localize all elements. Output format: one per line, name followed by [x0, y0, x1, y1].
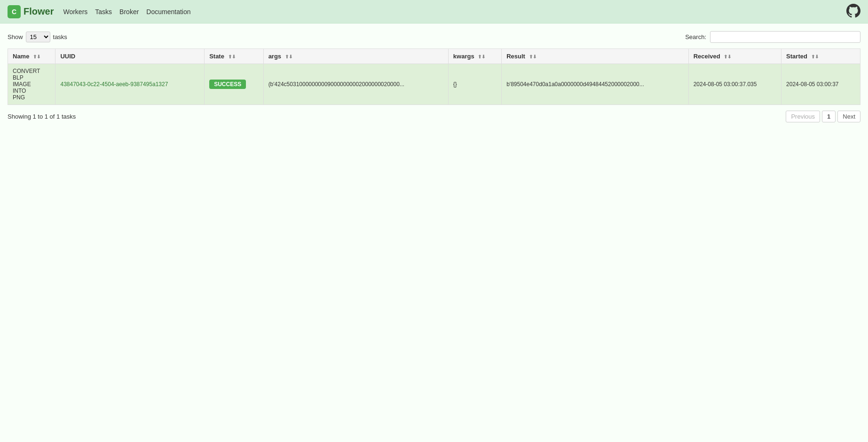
- cell-name: CONVERT BLP IMAGE INTO PNG: [8, 64, 55, 105]
- search-area: Search:: [685, 31, 860, 43]
- sort-icon-kwargs: ⬆⬇: [478, 54, 485, 59]
- table-body: CONVERT BLP IMAGE INTO PNG43847043-0c22-…: [8, 64, 860, 105]
- col-header-args[interactable]: args ⬆⬇: [263, 49, 448, 64]
- search-input[interactable]: [710, 31, 860, 43]
- sort-icon-result: ⬆⬇: [529, 54, 537, 59]
- cell-state: SUCCESS: [205, 64, 263, 105]
- tasks-label: tasks: [53, 33, 67, 40]
- page-1-button[interactable]: 1: [822, 111, 836, 122]
- col-header-name[interactable]: Name ⬆⬇: [8, 49, 55, 64]
- sort-icon-state: ⬆⬇: [228, 54, 236, 59]
- nav-workers[interactable]: Workers: [63, 8, 87, 16]
- table-header-row: Name ⬆⬇ UUID State ⬆⬇ args ⬆⬇ kwargs ⬆⬇: [8, 49, 860, 64]
- cell-kwargs: {}: [448, 64, 501, 105]
- brand-link[interactable]: C Flower: [8, 5, 54, 18]
- next-button[interactable]: Next: [837, 111, 860, 122]
- sort-icon-received: ⬆⬇: [724, 54, 731, 59]
- nav-tasks[interactable]: Tasks: [95, 8, 112, 16]
- navbar: C Flower Workers Tasks Broker Documentat…: [0, 0, 868, 24]
- table-row: CONVERT BLP IMAGE INTO PNG43847043-0c22-…: [8, 64, 860, 105]
- col-header-kwargs[interactable]: kwargs ⬆⬇: [448, 49, 501, 64]
- brand-icon: C: [8, 5, 21, 18]
- cell-uuid: 43847043-0c22-4504-aeeb-9387495a1327: [55, 64, 205, 105]
- status-badge: SUCCESS: [209, 80, 246, 89]
- col-header-started[interactable]: Started ⬆⬇: [781, 49, 860, 64]
- pagination-controls: Previous 1 Next: [786, 111, 860, 122]
- previous-button[interactable]: Previous: [786, 111, 820, 122]
- show-tasks-control: Show 15 25 50 100 tasks: [8, 32, 67, 42]
- uuid-link[interactable]: 43847043-0c22-4504-aeeb-9387495a1327: [60, 81, 168, 88]
- showing-text: Showing 1 to 1 of 1 tasks: [8, 113, 76, 120]
- main-content: Show 15 25 50 100 tasks Search: Name ⬆⬇ …: [0, 24, 868, 442]
- cell-args: (b'424c503100000000090000000002000000020…: [263, 64, 448, 105]
- tasks-table: Name ⬆⬇ UUID State ⬆⬇ args ⬆⬇ kwargs ⬆⬇: [8, 48, 860, 105]
- show-label: Show: [8, 33, 23, 40]
- controls-row: Show 15 25 50 100 tasks Search:: [8, 31, 860, 43]
- col-header-received[interactable]: Received ⬆⬇: [688, 49, 781, 64]
- navbar-right: [846, 4, 860, 19]
- sort-icon-name: ⬆⬇: [33, 54, 40, 59]
- brand-name: Flower: [24, 6, 54, 17]
- cell-result: b'89504e470d0a1a0a0000000d49484452000002…: [502, 64, 688, 105]
- sort-icon-started: ⬆⬇: [811, 54, 819, 59]
- col-header-result[interactable]: Result ⬆⬇: [502, 49, 688, 64]
- col-header-state[interactable]: State ⬆⬇: [205, 49, 263, 64]
- nav-broker[interactable]: Broker: [119, 8, 139, 16]
- col-header-uuid[interactable]: UUID: [55, 49, 205, 64]
- nav-documentation[interactable]: Documentation: [146, 8, 190, 16]
- page-size-select[interactable]: 15 25 50 100: [26, 32, 50, 42]
- github-icon[interactable]: [846, 4, 860, 18]
- search-label: Search:: [685, 33, 706, 40]
- cell-received: 2024-08-05 03:00:37.035: [688, 64, 781, 105]
- cell-started: 2024-08-05 03:00:37: [781, 64, 860, 105]
- sort-icon-args: ⬆⬇: [285, 54, 292, 59]
- nav-links: Workers Tasks Broker Documentation: [63, 8, 190, 16]
- pagination-row: Showing 1 to 1 of 1 tasks Previous 1 Nex…: [8, 111, 860, 122]
